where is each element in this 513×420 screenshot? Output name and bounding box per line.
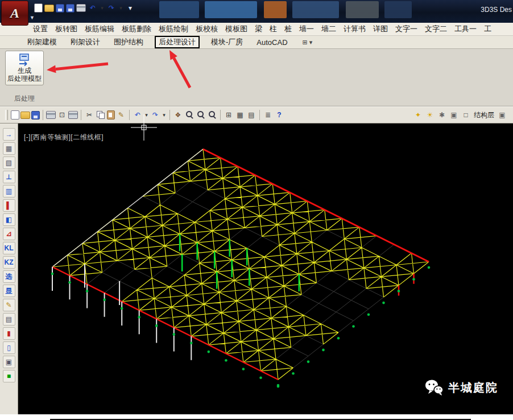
column-red-icon[interactable]: ▌ bbox=[3, 199, 15, 212]
beam-layout-icon[interactable]: ▥ bbox=[3, 185, 15, 197]
print-icon[interactable] bbox=[76, 4, 86, 12]
ribbon: 生成 后处理模型 后处理 bbox=[0, 49, 513, 106]
undo-caret-icon[interactable]: ▾ bbox=[100, 3, 105, 13]
open-icon[interactable] bbox=[44, 5, 54, 12]
generate-postprocess-model-button[interactable]: 生成 后处理模型 bbox=[5, 51, 44, 85]
drawing-viewport[interactable]: [-][西南等轴测][二维线框] 半城庭院 bbox=[18, 123, 513, 414]
redo-icon[interactable]: ↷ bbox=[150, 110, 160, 120]
structural-model-canvas bbox=[18, 123, 513, 414]
tab-envelope-structure[interactable]: 围护结构 bbox=[111, 36, 146, 48]
frame-checkbox-icon[interactable]: □ bbox=[461, 110, 471, 120]
layout-icon[interactable]: ▦ bbox=[235, 110, 245, 120]
grid-table-icon[interactable]: ▦ bbox=[3, 142, 15, 155]
column-label-icon[interactable]: KZ bbox=[3, 256, 15, 269]
display-icon[interactable]: 显 bbox=[3, 285, 15, 297]
acad-toolbar: ⊡✂✎↶▾↷▾❖⊞▦▤≣? ✦☀✱▣□ 结构层 ▣ bbox=[0, 106, 513, 123]
save-icon[interactable] bbox=[56, 4, 64, 13]
logo-caret-icon[interactable]: ▼ bbox=[30, 15, 35, 20]
wall-tool-icon[interactable]: ◧ bbox=[3, 213, 15, 226]
watermark: 半城庭院 bbox=[424, 379, 498, 396]
beam-label-icon[interactable]: KL bbox=[3, 242, 15, 254]
save-icon[interactable] bbox=[31, 111, 40, 120]
select-icon[interactable]: 选 bbox=[3, 270, 15, 283]
menu-item[interactable]: 墙一 bbox=[299, 24, 314, 34]
button-label-line2: 后处理模型 bbox=[7, 75, 42, 83]
window-title: 3D3S Des bbox=[481, 6, 512, 14]
brace-icon[interactable]: ⊿ bbox=[3, 228, 15, 240]
properties-icon[interactable]: ▤ bbox=[246, 110, 256, 120]
undo-caret-icon[interactable]: ▾ bbox=[144, 110, 149, 120]
tab-autocad[interactable]: AutoCAD bbox=[254, 38, 289, 47]
new-icon[interactable] bbox=[34, 3, 43, 13]
redo-caret-icon[interactable]: ▾ bbox=[162, 110, 167, 120]
print-preview-icon[interactable]: ⊡ bbox=[57, 110, 67, 120]
menu-item[interactable]: 设置 bbox=[33, 24, 48, 34]
axis-icon[interactable]: ⊥ bbox=[3, 171, 15, 183]
zoom-previous-icon[interactable] bbox=[207, 110, 217, 120]
cut-icon[interactable]: ✂ bbox=[84, 110, 94, 120]
toolbar-separator bbox=[81, 110, 81, 120]
menu-item[interactable]: 工 bbox=[484, 24, 491, 34]
calculator-icon[interactable]: ≣ bbox=[263, 110, 273, 120]
green-square-icon[interactable]: ■ bbox=[3, 370, 15, 382]
toolbar-overflow-icon[interactable]: ⊞ ▾ bbox=[303, 39, 313, 46]
save-all-icon[interactable] bbox=[66, 4, 75, 13]
viewport-label[interactable]: [-][西南等轴测][二维线框] bbox=[24, 133, 104, 142]
publish-icon[interactable] bbox=[68, 111, 78, 119]
frame-tool-icon[interactable]: ▯ bbox=[3, 341, 15, 354]
redo-caret-icon[interactable]: ▾ bbox=[118, 3, 123, 13]
tab-rigid-frame-design[interactable]: 刚架设计 bbox=[68, 36, 102, 48]
menu-item[interactable]: 工具一 bbox=[454, 24, 477, 34]
toolbar-grip[interactable] bbox=[5, 110, 8, 120]
application-window: ↶▾↷▾▾ 3D3S Des A ▼ 设置板转图板筋编辑板筋删除板筋绘制板校核模… bbox=[0, 0, 513, 420]
help-icon[interactable]: ? bbox=[274, 110, 284, 120]
tab-module-factory[interactable]: 模块-厂房 bbox=[209, 36, 245, 48]
zoom-realtime-icon[interactable] bbox=[184, 110, 195, 120]
menu-item[interactable]: 板筋编辑 bbox=[85, 24, 114, 34]
undo-icon[interactable]: ↶ bbox=[133, 110, 143, 120]
menu-item[interactable]: 桩 bbox=[284, 24, 292, 34]
undo-icon[interactable]: ↶ bbox=[88, 3, 98, 13]
menu-item[interactable]: 计算书 bbox=[344, 24, 366, 34]
menu-item[interactable]: 模板图 bbox=[225, 24, 247, 34]
menu-item[interactable]: 详图 bbox=[373, 24, 388, 34]
menu-item[interactable]: 墙二 bbox=[321, 24, 336, 34]
print-icon[interactable] bbox=[46, 111, 56, 119]
redo-icon[interactable]: ↷ bbox=[106, 3, 117, 13]
pan-icon[interactable]: ❖ bbox=[173, 110, 183, 120]
menu-item[interactable]: 柱 bbox=[270, 24, 277, 34]
forward-arrow-icon[interactable]: → bbox=[3, 128, 15, 141]
gear-icon[interactable]: ✱ bbox=[437, 110, 447, 120]
grid-edit-icon[interactable]: ▧ bbox=[3, 157, 15, 169]
layers-icon[interactable]: ▤ bbox=[3, 313, 15, 326]
tab-post-processing-design[interactable]: 后处理设计 bbox=[155, 36, 200, 48]
column-tool-icon[interactable]: ▮ bbox=[3, 327, 15, 340]
autocad-logo-button[interactable]: A bbox=[1, 1, 28, 26]
menu-item[interactable]: 板筋绘制 bbox=[159, 24, 188, 34]
tab-rigid-frame-modeling[interactable]: 刚架建模 bbox=[25, 36, 59, 48]
open-icon[interactable] bbox=[20, 112, 30, 119]
menu-item[interactable]: 文字一 bbox=[395, 24, 417, 34]
zoom-window-icon[interactable] bbox=[196, 110, 206, 120]
block-tool-icon[interactable]: ▣ bbox=[3, 356, 15, 368]
sun-icon[interactable]: ☀ bbox=[425, 110, 435, 120]
menu-item[interactable]: 板筋删除 bbox=[122, 24, 151, 34]
paste-icon[interactable] bbox=[107, 110, 115, 120]
desktop-thumbnail bbox=[159, 1, 199, 18]
menu-item[interactable]: 梁 bbox=[255, 24, 262, 34]
layer-state-icon[interactable]: ▣ bbox=[497, 110, 507, 120]
edit-pencil-icon[interactable]: ✎ bbox=[3, 299, 15, 311]
match-properties-icon[interactable]: ✎ bbox=[116, 110, 126, 120]
menu-item[interactable]: 板转图 bbox=[55, 24, 77, 34]
viewports-icon[interactable]: ⊞ bbox=[224, 110, 234, 120]
menu-item[interactable]: 板校核 bbox=[196, 24, 218, 34]
menu-item[interactable]: 文字二 bbox=[425, 24, 447, 34]
lock-icon[interactable]: ▣ bbox=[449, 110, 459, 120]
customize-caret-icon[interactable]: ▾ bbox=[125, 3, 135, 13]
new-icon[interactable] bbox=[11, 110, 19, 120]
bulb-icon[interactable]: ✦ bbox=[413, 110, 423, 120]
copy-icon[interactable] bbox=[96, 110, 106, 120]
acad-toolbar-icons: ⊡✂✎↶▾↷▾❖⊞▦▤≣? bbox=[11, 110, 284, 120]
ribbon-panel-postprocess: 生成 后处理模型 后处理 bbox=[3, 51, 45, 104]
work-area: →▦▧⊥▥▌◧⊿KLKZ选显✎▤▮▯▣■ [-][西南等轴测][二维线框] 半城… bbox=[0, 123, 513, 414]
